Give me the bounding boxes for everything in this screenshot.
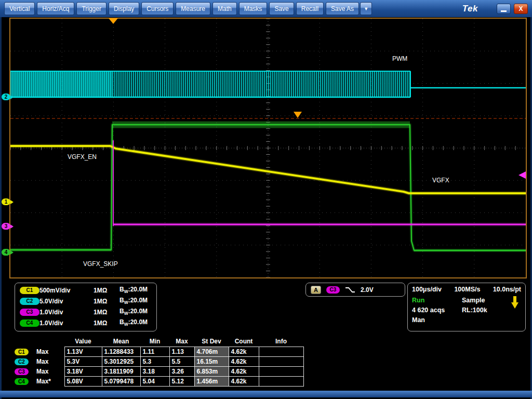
menu-button-cursors[interactable]: Cursors [141, 2, 174, 15]
trace-c3 [113, 140, 526, 226]
meas-cell: 16.15m [194, 357, 229, 367]
bw-sub: W [124, 289, 128, 295]
menu-button-vertical[interactable]: Vertical [4, 2, 35, 15]
menu-button-save[interactable]: Save [269, 2, 294, 15]
acq-count-row: 4 620 acqs RL:100k [412, 305, 521, 315]
channel-position-marker-2[interactable]: 2 [2, 94, 14, 100]
channel-marker-arrow-icon [10, 250, 14, 255]
meas-cell: 5.04 [140, 377, 169, 387]
measurement-tbody: C1Max1.13V1.12884331.111.134.706m4.62kC2… [15, 347, 303, 387]
measurement-table: ValueMeanMinMaxSt DevCountInfo C1Max1.13… [15, 337, 304, 387]
measurement-header: ValueMeanMinMaxSt DevCountInfo [15, 337, 303, 347]
bw-prefix: B [119, 286, 124, 293]
bw-sub: W [124, 300, 128, 305]
channel-badge-c4[interactable]: C4 [20, 320, 39, 327]
menu-button-horiz-acq[interactable]: Horiz/Acq [37, 2, 74, 15]
minimize-icon [501, 10, 507, 12]
sample-rate: 100MS/s [454, 286, 480, 293]
menu-button-save-as[interactable]: Save As [326, 2, 359, 15]
meas-header-value: Value [64, 337, 102, 347]
trigger-mode-row: Man [412, 315, 521, 325]
channel-badge-c2[interactable]: C2 [20, 298, 39, 305]
bw-prefix: B [119, 297, 124, 304]
channel-marker-arrow-icon [10, 95, 14, 99]
meas-cell: 5.3012925 [102, 357, 140, 367]
meas-header-count: Count [229, 337, 259, 347]
channel-position-marker-1[interactable]: 1 [2, 198, 14, 205]
trigger-a-badge[interactable]: A [311, 286, 321, 294]
meas-cell: 5.3V [64, 357, 102, 367]
meas-channel-badge: C1 [15, 349, 29, 355]
trigger-level: 2.0V [361, 286, 374, 294]
meas-cell: 3.26 [169, 367, 194, 377]
channel-readout-c3: C31.0V/div1MΩBW:20.0M [15, 307, 156, 317]
meas-cell: 3.18V [64, 367, 102, 377]
measurement-row-c1: C1Max1.13V1.12884331.111.134.706m4.62k [15, 347, 303, 357]
meas-cell: 1.13 [169, 347, 194, 357]
channel-scale: 500mV/div [39, 287, 94, 294]
meas-header-mean: Mean [102, 337, 140, 347]
minimize-button[interactable] [497, 4, 511, 14]
waveform-svg: PWMVGFX_ENVGFXVGFX_SKIP [10, 19, 526, 277]
bw-prefix: B [119, 308, 124, 315]
channel-marker-arrow-icon [10, 200, 14, 204]
menu-button-math[interactable]: Math [212, 2, 237, 15]
trace-c2_pwm [10, 71, 526, 97]
menu-button-trigger[interactable]: Trigger [76, 2, 107, 15]
trace-label-vgfx-en: VGFX_EN [68, 153, 97, 161]
channel-bandwidth: BW:20.0M [119, 297, 152, 305]
trigger-level-marker[interactable] [294, 112, 302, 118]
channel-marker-pill: 4 [2, 249, 10, 256]
measurement-row-c2: C2Max5.3V5.30129255.35.516.15m4.62k [15, 357, 303, 367]
channel-position-marker-4[interactable]: 4 [2, 249, 14, 256]
horizontal-readout-row: 100μs/div 100MS/s 10.0ns/pt [412, 285, 521, 295]
trigger-source-badge[interactable]: C3 [326, 286, 340, 294]
meas-cell [259, 347, 303, 357]
channel-scale: 5.0V/div [39, 298, 94, 305]
channel-marker-pill: 3 [2, 223, 10, 230]
meas-name: Max* [34, 377, 64, 387]
meas-cell: 3.1811909 [102, 367, 140, 377]
arrow-down-icon[interactable] [511, 296, 519, 309]
meas-header-st-dev: St Dev [194, 337, 229, 347]
meas-channel-badge: C2 [15, 358, 29, 365]
meas-cell: 6.853m [194, 367, 229, 377]
bw-sub: W [124, 311, 128, 316]
acq-count: 4 620 acqs [412, 307, 462, 314]
cursor-arrow-marker[interactable] [518, 171, 526, 179]
channel-readout-c1: C1500mV/div1MΩBW:20.0M [15, 285, 156, 296]
trace-label-pwm: PWM [392, 55, 407, 62]
acq-state-row: Run Sample [412, 295, 521, 305]
meas-cell: 5.12 [169, 377, 194, 387]
acq-state: Run [412, 297, 462, 304]
meas-header-max: Max [169, 337, 194, 347]
meas-cell: 5.5 [169, 357, 194, 367]
meas-cell: 5.0799478 [102, 377, 140, 387]
meas-name: Max [34, 367, 64, 377]
channel-badge-c3[interactable]: C3 [20, 309, 39, 316]
channel-impedance: 1MΩ [94, 309, 119, 316]
tek-logo: Tek [462, 4, 478, 14]
meas-cell: 5.3 [140, 357, 169, 367]
trigger-position-marker[interactable] [109, 18, 118, 24]
menu-button-recall[interactable]: Recall [296, 2, 324, 15]
channel-position-marker-3[interactable]: 3 [2, 223, 14, 230]
meas-cell: 5.08V [64, 377, 102, 387]
channel-impedance: 1MΩ [94, 320, 119, 327]
channel-badge-c1[interactable]: C1 [20, 287, 39, 294]
menu-button-display[interactable]: Display [109, 2, 139, 15]
menu-button-measure[interactable]: Measure [176, 2, 210, 15]
close-button[interactable]: X [514, 4, 528, 14]
waveform-display[interactable]: PWMVGFX_ENVGFXVGFX_SKIP [9, 18, 527, 278]
meas-cell: 4.62k [229, 377, 259, 387]
channel-readout-c2: C25.0V/div1MΩBW:20.0M [15, 296, 156, 307]
menu-dropdown-button[interactable]: ▼ [360, 2, 372, 15]
channel-bandwidth: BW:20.0M [119, 286, 152, 294]
menu-button-masks[interactable]: Masks [239, 2, 268, 15]
trigger-readout: A C3 2.0V [305, 283, 405, 297]
meas-cell: 1.11 [140, 347, 169, 357]
trigger-mode: Man [412, 316, 462, 324]
trigger-slope-icon [345, 286, 355, 294]
bw-value: :20.0M [128, 308, 148, 315]
channel-readouts: C1500mV/div1MΩBW:20.0MC25.0V/div1MΩBW:20… [15, 283, 157, 331]
